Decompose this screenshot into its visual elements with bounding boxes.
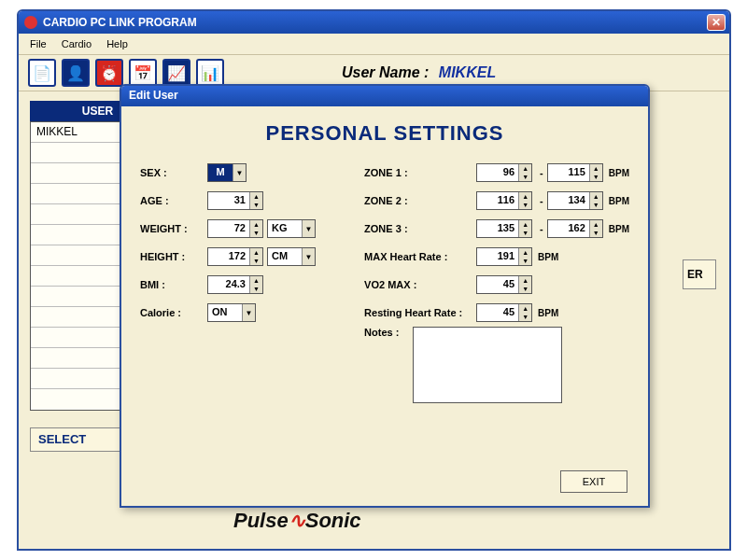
bmi-stepper[interactable]: 24.3 ▲▼: [207, 275, 263, 294]
dialog-title: Edit User: [121, 86, 648, 106]
age-value: 31: [208, 192, 249, 209]
range-dash: -: [540, 195, 543, 206]
zone3-high-stepper[interactable]: 162▲▼: [547, 219, 603, 238]
edit-user-dialog: Edit User PERSONAL SETTINGS SEX : M ▼ AG…: [120, 84, 650, 508]
calorie-select[interactable]: ON ▼: [207, 303, 256, 322]
sex-select[interactable]: M ▼: [207, 163, 247, 182]
down-arrow-icon[interactable]: ▼: [519, 173, 531, 181]
chevron-down-icon[interactable]: ▼: [242, 304, 255, 321]
weight-stepper[interactable]: 72 ▲▼: [207, 219, 263, 238]
maxhr-label: MAX Heart Rate :: [364, 251, 476, 262]
select-button[interactable]: SELECT: [30, 427, 123, 452]
up-arrow-icon[interactable]: ▲: [519, 248, 531, 257]
down-arrow-icon[interactable]: ▼: [519, 201, 531, 209]
menu-file[interactable]: File: [24, 36, 52, 51]
down-arrow-icon[interactable]: ▼: [250, 285, 262, 293]
age-label: AGE :: [140, 195, 207, 206]
zone1-high-value: 115: [548, 164, 589, 181]
range-dash: -: [540, 167, 543, 178]
weight-unit-select[interactable]: KG ▼: [267, 219, 316, 238]
chevron-down-icon[interactable]: ▼: [233, 164, 246, 181]
zone3-low-stepper[interactable]: 135▲▼: [476, 219, 532, 238]
bmi-value: 24.3: [208, 276, 249, 293]
up-arrow-icon[interactable]: ▲: [519, 164, 531, 173]
app-icon: [24, 16, 37, 29]
vo2-stepper[interactable]: 45▲▼: [476, 275, 532, 294]
down-arrow-icon[interactable]: ▼: [590, 201, 602, 209]
height-unit-value: CM: [268, 248, 302, 265]
up-arrow-icon[interactable]: ▲: [250, 220, 262, 229]
down-arrow-icon[interactable]: ▼: [519, 229, 531, 237]
up-arrow-icon[interactable]: ▲: [519, 192, 531, 201]
up-arrow-icon[interactable]: ▲: [519, 220, 531, 229]
height-stepper[interactable]: 172 ▲▼: [207, 247, 263, 266]
close-icon[interactable]: ✕: [707, 14, 726, 31]
brand-logo: Pulse∿Sonic: [233, 509, 361, 533]
toolbar-calendar-icon[interactable]: 📅: [129, 59, 157, 87]
bpm-unit: BPM: [609, 196, 629, 206]
titlebar: CARDIO PC LINK PROGRAM ✕: [19, 11, 729, 34]
bpm-unit: BPM: [609, 224, 629, 234]
menu-cardio[interactable]: Cardio: [56, 36, 97, 51]
zone3-low-value: 135: [477, 220, 518, 237]
calorie-label: Calorie :: [140, 307, 207, 318]
zone2-high-stepper[interactable]: 134▲▼: [547, 191, 603, 210]
bmi-label: BMI :: [140, 279, 207, 290]
notes-textarea[interactable]: [413, 327, 562, 403]
zone2-label: ZONE 2 :: [364, 195, 476, 206]
weight-value: 72: [208, 220, 249, 237]
chevron-down-icon[interactable]: ▼: [302, 220, 315, 237]
zone1-high-stepper[interactable]: 115▲▼: [547, 163, 603, 182]
toolbar-chart-icon[interactable]: 📈: [162, 59, 190, 87]
down-arrow-icon[interactable]: ▼: [519, 285, 531, 293]
up-arrow-icon[interactable]: ▲: [250, 248, 262, 257]
exit-button[interactable]: EXIT: [560, 470, 627, 493]
resthr-value: 45: [477, 304, 518, 321]
toolbar-new-icon[interactable]: 📄: [28, 59, 56, 87]
menubar: File Cardio Help: [19, 34, 729, 55]
zone1-low-value: 96: [477, 164, 518, 181]
maxhr-stepper[interactable]: 191▲▼: [476, 247, 532, 266]
username-value: MIKKEL: [439, 64, 496, 80]
up-arrow-icon[interactable]: ▲: [590, 220, 602, 229]
up-arrow-icon[interactable]: ▲: [250, 276, 262, 285]
age-stepper[interactable]: 31 ▲▼: [207, 191, 263, 210]
up-arrow-icon[interactable]: ▲: [250, 192, 262, 201]
zone1-label: ZONE 1 :: [364, 167, 476, 178]
maxhr-value: 191: [477, 248, 518, 265]
down-arrow-icon[interactable]: ▼: [590, 173, 602, 181]
up-arrow-icon[interactable]: ▲: [590, 164, 602, 173]
toolbar-user-icon[interactable]: 👤: [62, 59, 90, 87]
zone2-high-value: 134: [548, 192, 589, 209]
up-arrow-icon[interactable]: ▲: [519, 276, 531, 285]
down-arrow-icon[interactable]: ▼: [250, 257, 262, 265]
vo2-label: VO2 MAX :: [364, 279, 476, 290]
resthr-label: Resting Heart Rate :: [364, 307, 476, 318]
down-arrow-icon[interactable]: ▼: [250, 229, 262, 237]
partial-button[interactable]: ER: [683, 259, 716, 289]
username-label: User Name :: [342, 64, 429, 80]
bpm-unit: BPM: [609, 168, 629, 178]
vo2-value: 45: [477, 276, 518, 293]
down-arrow-icon[interactable]: ▼: [250, 201, 262, 209]
dialog-heading: PERSONAL SETTINGS: [121, 106, 648, 159]
zone3-high-value: 162: [548, 220, 589, 237]
chevron-down-icon[interactable]: ▼: [302, 248, 315, 265]
calorie-value: ON: [208, 304, 242, 321]
weight-label: WEIGHT :: [140, 223, 207, 234]
resthr-stepper[interactable]: 45▲▼: [476, 303, 532, 322]
toolbar-stats-icon[interactable]: 📊: [196, 59, 224, 87]
notes-label: Notes :: [364, 327, 413, 338]
sex-value: M: [208, 164, 233, 181]
up-arrow-icon[interactable]: ▲: [519, 304, 531, 313]
zone2-low-stepper[interactable]: 116▲▼: [476, 191, 532, 210]
down-arrow-icon[interactable]: ▼: [590, 229, 602, 237]
toolbar-clock-icon[interactable]: ⏰: [95, 59, 123, 87]
zone3-label: ZONE 3 :: [364, 223, 476, 234]
height-unit-select[interactable]: CM ▼: [267, 247, 316, 266]
down-arrow-icon[interactable]: ▼: [519, 257, 531, 265]
up-arrow-icon[interactable]: ▲: [590, 192, 602, 201]
menu-help[interactable]: Help: [101, 36, 134, 51]
down-arrow-icon[interactable]: ▼: [519, 313, 531, 321]
zone1-low-stepper[interactable]: 96▲▼: [476, 163, 532, 182]
